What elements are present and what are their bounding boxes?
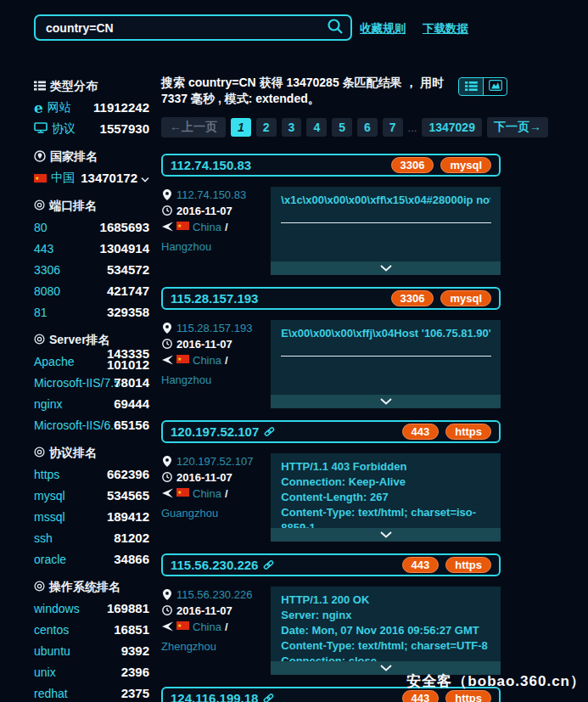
meta-ip[interactable]: 115.28.157.193 (176, 320, 252, 336)
result-header: 112.74.150.83 3306 mysql (161, 154, 501, 177)
facet-label[interactable]: mysql (34, 489, 65, 503)
port-badge[interactable]: 443 (402, 690, 440, 702)
facet-row: redhat2375 (34, 682, 149, 702)
meta-city[interactable]: Hangzhou (161, 239, 211, 255)
chart-view-button[interactable] (483, 78, 507, 95)
summary-count: 13470285 (286, 76, 339, 89)
facet-row: ssh81202 (34, 527, 149, 548)
result-body: 115.56.230.226 2016-11-07 ★China/Zhengzh… (161, 587, 501, 675)
facet-label[interactable]: ubuntu (34, 644, 70, 658)
last-page-button[interactable]: 1347029 (422, 118, 482, 137)
result-ip[interactable]: 115.28.157.193 (171, 291, 258, 306)
top-links: 收藏规则 下载数据 (360, 21, 468, 37)
meta-country[interactable]: China (193, 486, 221, 502)
chevron-down-icon (380, 527, 392, 542)
result-ip[interactable]: 120.197.52.107 (171, 424, 259, 439)
port-badge[interactable]: 443 (402, 557, 440, 573)
facet-label[interactable]: 80 (34, 221, 48, 234)
search-input[interactable] (46, 21, 327, 35)
facet-label[interactable]: windows (34, 602, 80, 615)
list-view-button[interactable] (459, 78, 483, 95)
facet-count: 34866 (114, 552, 149, 566)
facet-label[interactable]: Microsoft-IIS/7.5 (34, 376, 120, 390)
meta-country[interactable]: China (193, 352, 221, 368)
next-page-button[interactable]: 下一页→ (487, 117, 548, 138)
meta-country[interactable]: China (193, 619, 221, 635)
protocol-badge[interactable]: mysql (440, 157, 491, 173)
link-icon[interactable] (264, 426, 275, 437)
protocol-badge[interactable]: https (445, 424, 491, 440)
protocol-badge[interactable]: https (445, 557, 491, 573)
china-flag-icon: ★ (176, 488, 189, 497)
facet-row: centos16851 (34, 619, 149, 640)
section-title: 协议排名 (34, 443, 149, 463)
facet-count: 9392 (121, 643, 149, 658)
port-badge[interactable]: 443 (402, 424, 440, 440)
port-badge[interactable]: 3306 (391, 290, 434, 306)
download-data-link[interactable]: 下载数据 (423, 21, 468, 37)
facet-count: 16851 (114, 622, 149, 637)
facet-label[interactable]: 3306 (34, 263, 60, 277)
meta-ip[interactable]: 115.56.230.226 (176, 587, 252, 603)
facet-label[interactable]: 中国 (51, 171, 75, 186)
banner-line: HTTP/1.1 200 OK (281, 592, 490, 608)
protocol-badge[interactable]: mysql (440, 290, 491, 306)
facet-row: nginx69444 (34, 393, 149, 414)
link-icon[interactable] (263, 693, 274, 702)
facet-label[interactable]: centos (34, 623, 69, 637)
expand-banner-button[interactable] (271, 528, 501, 542)
facet-count: 534572 (107, 262, 149, 277)
result-ip[interactable]: 124.116.199.18 (171, 691, 258, 702)
facet-label[interactable]: 443 (34, 242, 53, 256)
meta-ip[interactable]: 112.74.150.83 (176, 187, 246, 203)
facet-label[interactable]: 8080 (34, 284, 60, 298)
facet-label[interactable]: https (34, 468, 59, 481)
meta-city[interactable]: Hangzhou (161, 372, 211, 388)
result-ip[interactable]: 112.74.150.83 (171, 158, 251, 172)
facet-label[interactable]: redhat (34, 687, 68, 700)
page-button-5[interactable]: 5 (332, 118, 352, 137)
meta-country[interactable]: China (193, 219, 221, 235)
facet-count-stack: 143335 101012 (107, 348, 149, 370)
meta-city[interactable]: Guangzhou (161, 505, 218, 521)
port-badge[interactable]: 3306 (391, 157, 434, 173)
banner-line: HTTP/1.1 403 Forbidden (281, 459, 490, 475)
search-button[interactable] (327, 18, 344, 37)
banner-line: Server: nginx (281, 608, 490, 623)
protocol-badge[interactable]: https (445, 690, 491, 702)
page-button-1[interactable]: 1 (231, 118, 251, 137)
meta-ip[interactable]: 120.197.52.107 (176, 453, 253, 469)
result-ip[interactable]: 115.56.230.226 (171, 558, 258, 572)
facet-label[interactable]: 协议 (52, 121, 76, 137)
banner-line: Date: Mon, 07 Nov 2016 09:56:27 GMT (281, 623, 490, 638)
plane-icon (161, 488, 173, 498)
meta-city[interactable]: Zhengzhou (161, 638, 216, 654)
facet-label[interactable]: ssh (34, 531, 53, 545)
facet-label[interactable]: Microsoft-IIS/6.0 (34, 418, 120, 432)
facet-label[interactable]: Apache (34, 355, 74, 368)
link-icon[interactable] (263, 559, 274, 570)
facet-row: https662396 (34, 463, 149, 485)
page-button-7[interactable]: 7 (383, 118, 403, 137)
page-button-6[interactable]: 6 (357, 118, 378, 137)
result-meta: 115.28.157.193 2016-11-07 ★China/Hangzho… (161, 320, 271, 408)
expand-banner-button[interactable] (271, 261, 501, 275)
expand-banner-button[interactable] (271, 395, 501, 408)
prev-page-button[interactable]: ←上一页 (161, 117, 226, 138)
plane-icon (161, 621, 173, 632)
facet-label[interactable]: mssql (34, 510, 65, 524)
facet-label[interactable]: unix (34, 665, 56, 679)
section-protocol-rank: 协议排名 https662396 mysql534565 mssql189412… (34, 443, 149, 570)
chevron-down-icon[interactable] (141, 171, 149, 186)
page-button-3[interactable]: 3 (282, 118, 302, 137)
meta-date: 2016-11-07 (176, 469, 232, 486)
search-summary: 搜索 country=CN 获得 13470285 条匹配结果 ， 用时 733… (161, 75, 451, 107)
facet-label[interactable]: 81 (34, 306, 48, 319)
facet-label[interactable]: nginx (34, 397, 62, 411)
page-button-4[interactable]: 4 (306, 118, 327, 137)
banner-line: Connection: Keep-Alive (281, 475, 490, 490)
page-button-2[interactable]: 2 (256, 118, 277, 137)
save-rule-link[interactable]: 收藏规则 (360, 21, 406, 37)
facet-label[interactable]: 网站 (48, 100, 71, 115)
facet-label[interactable]: oracle (34, 553, 66, 566)
